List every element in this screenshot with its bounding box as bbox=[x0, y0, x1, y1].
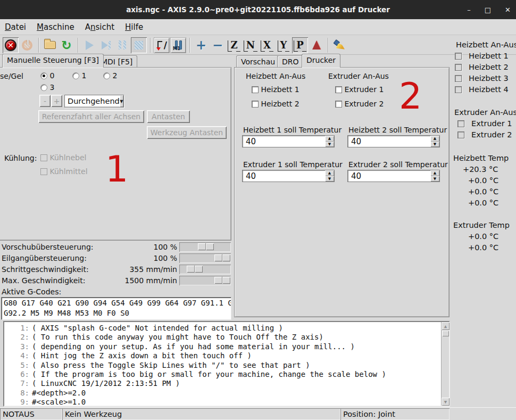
close-icon[interactable]: ✕ bbox=[505, 6, 511, 14]
view-y-button[interactable]: Y bbox=[276, 37, 292, 53]
pause-button[interactable] bbox=[114, 37, 130, 53]
rotate-view-button[interactable] bbox=[309, 37, 324, 53]
joint-radio-1[interactable]: 1 bbox=[72, 71, 86, 80]
overrides-section: Vorschubübersteuerung: 100 % Eilgangüber… bbox=[0, 241, 232, 322]
touch-off-button[interactable]: Antasten bbox=[147, 110, 190, 123]
spin-up-icon: ▲ bbox=[430, 136, 439, 142]
view-x-icon: X bbox=[262, 39, 272, 51]
spinner-arrows[interactable]: ▲▼ bbox=[430, 136, 439, 147]
jog-mode-dropdown[interactable]: Durchgehend ▼ bbox=[64, 95, 124, 108]
tab-dro[interactable]: DRO bbox=[277, 55, 304, 68]
feed-override-value: 100 % bbox=[0, 243, 177, 251]
feed-override-slider[interactable] bbox=[179, 242, 231, 252]
run-button[interactable] bbox=[81, 37, 97, 53]
gcode-line: 3:( depending on your setup. As if you h… bbox=[4, 342, 440, 351]
step-button[interactable] bbox=[98, 37, 114, 53]
heizbett2-checkbox[interactable]: Heizbett 2 bbox=[252, 100, 299, 108]
sidebar-heizbett-temp-header: Heizbett Temp bbox=[453, 154, 509, 162]
rapid-override-slider[interactable] bbox=[179, 253, 231, 263]
tool-status: Kein Werkzeug bbox=[62, 408, 340, 420]
sidebar-heizbett2-checkbox[interactable] bbox=[455, 63, 462, 71]
coolant-label: Kühlung: bbox=[4, 154, 37, 162]
tab-drucker[interactable]: Drucker bbox=[302, 54, 340, 68]
scroll-up-icon[interactable]: ▲ bbox=[442, 322, 450, 330]
sidebar-heizbett1-label: Heizbett 1 bbox=[469, 52, 509, 60]
minimize-icon[interactable]: – bbox=[467, 6, 471, 14]
axis-joint-label: se/Gel bbox=[0, 72, 23, 80]
view-p-icon: P bbox=[295, 39, 305, 51]
spinner-arrows[interactable]: ▲▼ bbox=[430, 170, 439, 182]
sidebar-heizbett3-checkbox[interactable] bbox=[455, 74, 462, 83]
optional-stop-button[interactable]: M1 bbox=[170, 37, 186, 53]
joint-radio-0[interactable]: 0 bbox=[40, 71, 54, 80]
heizbett2-soll-spinbox[interactable]: 40 ▲▼ bbox=[347, 135, 440, 147]
reload-icon: ↻ bbox=[61, 39, 71, 51]
scrollbar-thumb[interactable] bbox=[442, 331, 449, 336]
heizbett1-checkbox[interactable]: Heizbett 1 bbox=[252, 85, 299, 94]
spin-down-icon: ▼ bbox=[430, 176, 439, 182]
slider-handle[interactable] bbox=[198, 243, 214, 250]
home-all-button[interactable]: Referenzfahrt aller Achsen bbox=[38, 110, 144, 123]
step-icon bbox=[102, 41, 111, 50]
view-x-button[interactable]: X bbox=[259, 37, 275, 53]
zoom-in-button[interactable]: + bbox=[193, 37, 209, 53]
extruder1-soll-spinbox[interactable]: 40 ▲▼ bbox=[242, 170, 335, 182]
view-z2-button[interactable]: N bbox=[243, 37, 259, 53]
heizbett1-soll-spinbox[interactable]: 40 ▲▼ bbox=[242, 135, 335, 147]
menu-maschine[interactable]: Maschine bbox=[37, 22, 74, 32]
tab-vorschau[interactable]: Vorschau bbox=[236, 55, 280, 68]
tab-manual-control[interactable]: Manuelle Steuerung [F3] bbox=[2, 54, 104, 68]
extruder2-checkbox[interactable]: Extruder 2 bbox=[335, 100, 384, 108]
spinner-arrows[interactable]: ▲▼ bbox=[325, 136, 334, 147]
manual-control-content: se/Gel 0 1 2 3 - + Durchgehend ▼ Referen… bbox=[0, 67, 231, 241]
gcode-scrollbar[interactable]: ▲ ▼ bbox=[441, 322, 449, 406]
zoom-in-icon: + bbox=[196, 39, 206, 52]
extruder1-checkbox[interactable]: Extruder 1 bbox=[335, 85, 384, 94]
spinner-arrows[interactable]: ▲▼ bbox=[325, 170, 334, 182]
sidebar-heizbett3-label: Heizbett 3 bbox=[469, 74, 509, 83]
estop-button[interactable]: ✕ bbox=[3, 37, 19, 53]
sidebar-heizbett4-checkbox[interactable] bbox=[455, 85, 462, 94]
sidebar-heizbett1-checkbox[interactable] bbox=[455, 52, 462, 60]
sidebar-extruder1-checkbox[interactable] bbox=[457, 119, 464, 128]
checkbox-icon bbox=[40, 168, 47, 175]
reload-button[interactable]: ↻ bbox=[59, 37, 74, 53]
jog-minus-button[interactable]: - bbox=[39, 95, 51, 107]
jog-speed-slider[interactable] bbox=[179, 265, 231, 274]
jog-plus-button[interactable]: + bbox=[51, 95, 62, 107]
scroll-down-icon[interactable]: ▼ bbox=[442, 398, 450, 406]
joint-radio-2[interactable]: 2 bbox=[103, 71, 117, 80]
menu-datei[interactable]: Datei bbox=[5, 22, 26, 32]
zoom-out-button[interactable]: − bbox=[210, 37, 226, 53]
max-velocity-slider[interactable] bbox=[179, 276, 231, 285]
view-n-icon: N bbox=[245, 39, 256, 51]
open-file-button[interactable] bbox=[42, 37, 58, 53]
heizbett-temp-2: +0.0 °C bbox=[468, 176, 498, 185]
slider-handle[interactable] bbox=[214, 254, 230, 261]
toggle-skip-lines-button[interactable]: / bbox=[154, 37, 170, 53]
flood-checkbox[interactable]: Kühlmittel bbox=[40, 167, 88, 176]
view-z-button[interactable]: Z bbox=[226, 37, 242, 53]
clear-plot-button[interactable] bbox=[331, 37, 347, 53]
joint-radio-3[interactable]: 3 bbox=[40, 83, 54, 92]
mist-checkbox[interactable]: Kühlnebel bbox=[40, 153, 86, 162]
menu-ansicht[interactable]: Ansicht bbox=[85, 22, 114, 32]
view-p-button[interactable]: P bbox=[292, 37, 308, 53]
toolbar-separator bbox=[150, 38, 151, 53]
spin-value: 40 bbox=[246, 137, 256, 146]
slider-handle[interactable] bbox=[187, 266, 203, 273]
optional-stop-m1-icon: M1 bbox=[173, 40, 184, 51]
titlebar: axis.ngc - AXIS 2.9.0~pre0+git20221105.f… bbox=[0, 0, 516, 19]
machine-power-button[interactable] bbox=[19, 37, 35, 53]
menu-hilfe[interactable]: Hilfe bbox=[125, 22, 143, 32]
gcode-listing[interactable]: 1:( AXIS "splash G-code" Not intended fo… bbox=[3, 321, 450, 407]
extruder2-soll-spinbox[interactable]: 40 ▲▼ bbox=[347, 170, 440, 182]
sidebar-heizbett4-label: Heizbett 4 bbox=[469, 85, 509, 94]
maximize-icon[interactable]: □ bbox=[485, 6, 491, 14]
sidebar-extruder2-checkbox[interactable] bbox=[457, 130, 464, 139]
stop-button[interactable] bbox=[131, 37, 147, 53]
slider-handle[interactable] bbox=[214, 277, 230, 284]
skip-lines-icon: / bbox=[156, 40, 167, 51]
tool-touch-off-button[interactable]: Werkzeug Antasten bbox=[147, 126, 227, 139]
zoom-out-icon: − bbox=[212, 39, 223, 52]
